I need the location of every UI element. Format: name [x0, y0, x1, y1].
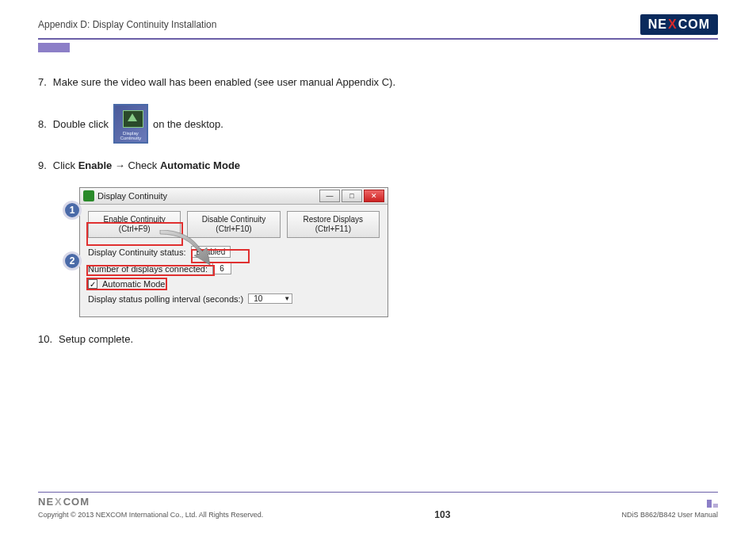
automatic-mode-checkbox[interactable]: ✓ — [88, 279, 97, 289]
callout-2: 2 — [63, 251, 82, 270]
step-text: Click Enable → Check Automatic Mode — [53, 159, 240, 171]
display-continuity-desktop-icon[interactable]: Display Continuity — [113, 104, 148, 144]
page-header: Appendix D: Display Continuity Installat… — [38, 14, 718, 40]
polling-interval-dropdown[interactable]: 10 ▼ — [248, 293, 292, 304]
automatic-mode-row: ✓ Automatic Mode — [88, 279, 380, 289]
page-number: 103 — [434, 509, 450, 520]
page-content: 7. Make sure the video wall has been ena… — [38, 76, 718, 345]
num-displays-label: Number of displays connected: — [88, 264, 208, 274]
status-label: Display Continuity status: — [88, 247, 186, 257]
polling-interval-value: 10 — [254, 294, 262, 303]
bold-automatic: Automatic Mode — [160, 159, 240, 171]
bold-enable: Enable — [78, 159, 113, 171]
display-continuity-window: 1 2 Display Continuity — □ ✕ — [79, 187, 388, 317]
step-number: 7. — [38, 76, 47, 88]
footer-logo: NEXCOM — [38, 496, 90, 508]
status-value: Enabled — [191, 246, 231, 258]
step-7: 7. Make sure the video wall has been ena… — [38, 76, 718, 88]
page-footer: NEXCOM Copyright © 2013 NEXCOM Internati… — [38, 492, 718, 520]
icon-label-line2: Continuity — [120, 136, 142, 140]
logo-pre: NE — [648, 17, 667, 32]
maximize-button[interactable]: □ — [342, 190, 362, 202]
header-title: Appendix D: Display Continuity Installat… — [38, 19, 216, 30]
callout-1: 1 — [63, 201, 82, 220]
step-number: 10. — [38, 333, 52, 345]
step-text: Make sure the video wall has been enable… — [53, 76, 395, 88]
document-name: NDiS B862/B842 User Manual — [621, 511, 718, 519]
step-number: 8. — [38, 118, 47, 130]
header-accent-bar — [38, 43, 70, 52]
step-text-after: on the desktop. — [153, 118, 223, 130]
step-text-before: Double click — [53, 118, 109, 130]
window-titlebar: Display Continuity — □ ✕ — [80, 188, 388, 205]
step-number: 9. — [38, 159, 47, 171]
status-row: Display Continuity status: Enabled — [88, 246, 380, 258]
step-10: 10. Setup complete. — [38, 333, 718, 345]
step-8: 8. Double click Display Continuity on th… — [38, 104, 718, 144]
logo-post: COM — [678, 17, 710, 32]
logo-x: X — [668, 17, 678, 32]
window-title: Display Continuity — [97, 191, 167, 201]
window-app-icon — [83, 190, 94, 201]
step-text: Setup complete. — [59, 333, 133, 345]
footer-decoration-icon — [707, 500, 718, 508]
nexcom-logo: NEXCOM — [640, 14, 718, 35]
window-controls: — □ ✕ — [319, 190, 384, 202]
close-button[interactable]: ✕ — [364, 190, 384, 202]
polling-interval-label: Display status polling interval (seconds… — [88, 294, 243, 304]
step-9: 9. Click Enable → Check Automatic Mode — [38, 159, 718, 171]
restore-displays-button[interactable]: Restore Displays (Ctrl+F11) — [287, 211, 380, 238]
num-displays-value: 6 — [212, 263, 231, 274]
enable-continuity-button[interactable]: Enable Continuity (Ctrl+F9) — [88, 211, 181, 238]
window-body: Enable Continuity (Ctrl+F9) Disable Cont… — [80, 205, 388, 316]
chevron-down-icon: ▼ — [284, 295, 290, 302]
copyright-text: Copyright © 2013 NEXCOM International Co… — [38, 511, 263, 519]
automatic-mode-label: Automatic Mode — [102, 279, 165, 289]
minimize-button[interactable]: — — [319, 190, 340, 202]
polling-interval-row: Display status polling interval (seconds… — [88, 293, 380, 304]
disable-continuity-button[interactable]: Disable Continuity (Ctrl+F10) — [187, 211, 280, 238]
num-displays-row: Number of displays connected: 6 — [88, 263, 380, 274]
